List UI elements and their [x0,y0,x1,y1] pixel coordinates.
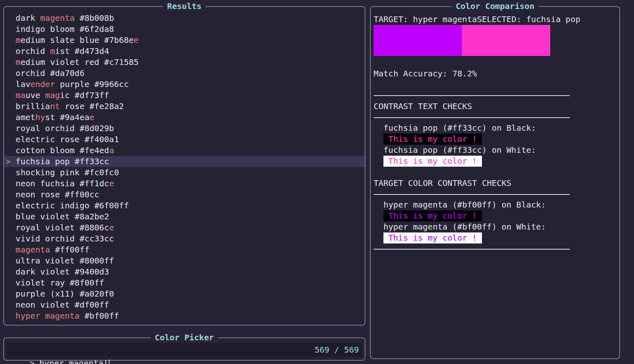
contrast-check-label: hyper magenta (#bf00ff) on White: [383,221,619,232]
result-row[interactable]: amethyst #9a4eae [4,112,365,123]
row-text-segment: #ff00ff [50,245,89,255]
result-row[interactable]: indigo bloom #6f2da8 [4,24,365,35]
row-text-segment: neon violet #df00ff [16,300,109,310]
row-selection-indicator [6,179,16,188]
row-selection-indicator [6,57,16,67]
row-selection-indicator [6,79,16,89]
result-row[interactable]: mauve magic #df73ff [4,90,365,101]
row-text-segment: edium violet red #c71585 [20,57,139,67]
contrast-sample: This is my color ! [383,232,482,243]
row-text-segment: m [16,35,20,45]
comparison-content: TARGET: hyper magentaSELECTED: fuchsia p… [371,7,619,358]
row-selection-indicator: > [6,156,16,166]
contrast-sample-line: This is my color ! [383,232,619,243]
result-row[interactable]: vivid orchid #cc33cc [4,233,365,244]
row-selection-indicator [6,134,16,144]
contrast-check-label: fuchsia pop (#ff33cc) on White: [383,145,619,156]
row-text-segment: cotton bloom #fe4ed [16,145,109,155]
input-prompt: > [29,358,39,364]
row-text-segment: e [134,35,139,45]
result-row[interactable]: hyper magenta #bf00ff [4,310,365,322]
result-row[interactable]: medium violet red #c71585 [4,57,365,68]
row-text-segment: dark [16,13,40,23]
contrast-section-heading: CONTRAST TEXT CHECKS [374,101,619,112]
row-selection-indicator [6,245,16,255]
row-selection-indicator [6,289,16,299]
target-color-swatch [374,25,462,56]
row-text-segment: #8b008b [75,13,114,23]
contrast-check-label: hyper magenta (#bf00ff) on Black: [383,199,619,210]
row-selection-indicator [6,201,16,210]
contrast-check-label: fuchsia pop (#ff33cc) on Black: [383,123,619,134]
row-selection-indicator [6,212,16,221]
color-picker-panel-title: Color Picker [151,332,218,343]
result-row[interactable]: brilliant rose #fe28a2 [4,101,365,112]
result-row[interactable]: electric indigo #6f00ff [4,200,365,211]
row-text-segment: vivid orchid #cc33cc [16,234,114,243]
result-row[interactable]: medium slate blue #7b68ee [4,35,365,46]
result-row[interactable]: lavender purple #9966cc [4,79,365,90]
row-text-segment: royal violet #8806c [16,223,109,232]
row-selection-indicator [6,256,16,266]
result-row[interactable]: royal violet #8806ce [4,222,365,233]
row-text-segment: nt [50,101,60,111]
result-row[interactable]: royal orchid #8d029b [4,123,365,134]
row-selection-indicator [6,145,16,155]
row-text-segment: magenta [16,245,50,255]
target-label: TARGET: hyper magenta [374,14,477,24]
row-text-segment: electric rose #f400a1 [16,134,119,144]
color-picker-input[interactable]: > hyper magenta! 569 / 569 [7,343,362,357]
row-text-segment: #bf00ff [80,311,119,321]
row-text-segment: rose #fe28a2 [60,101,124,111]
row-text-segment: hyper magenta [16,311,80,321]
result-row[interactable]: neon violet #df00ff [4,299,365,310]
result-row[interactable]: magenta #ff00ff [4,244,365,255]
result-row[interactable]: cotton bloom #fe4eda [4,145,365,156]
row-text-segment: ender [30,79,55,89]
result-row[interactable]: purple (x11) #a020f0 [4,288,365,299]
row-text-segment: e [109,223,114,232]
result-row[interactable]: orchid #da70d6 [4,68,365,79]
result-row[interactable]: neon rose #ff00cc [4,189,365,200]
result-row[interactable]: > fuchsia pop #ff33cc [4,156,365,167]
row-selection-indicator [6,311,16,321]
row-selection-indicator [6,112,16,122]
section-divider [374,95,570,96]
result-row[interactable]: dark magenta #8b008b [4,13,365,24]
result-row[interactable]: electric rose #f400a1 [4,134,365,145]
row-selection-indicator [6,300,16,310]
row-text-segment: amet [16,112,35,122]
result-row[interactable]: orchid mist #d473d4 [4,46,365,57]
result-row[interactable]: shocking pink #fc0fc0 [4,167,365,178]
result-row[interactable]: dark violet #9400d3 [4,266,365,277]
row-text-segment: violet ray #8f00ff [16,278,104,288]
result-row[interactable]: blue violet #8a2be2 [4,211,365,222]
row-text-segment: purple #9966cc [55,79,129,89]
section-divider [374,194,570,195]
row-text-segment: ma [16,90,25,100]
selected-color-swatch [462,25,550,56]
row-selection-indicator [6,13,16,23]
input-value: hyper magenta! [39,358,108,364]
row-selection-indicator [6,123,16,133]
row-text-segment: edium slate blue #7b68e [20,35,134,45]
row-text-segment: hy [35,112,45,122]
row-selection-indicator [6,278,16,288]
result-row[interactable]: neon fuchsia #ff1dce [4,178,365,189]
result-row[interactable]: violet ray #8f00ff [4,277,365,288]
row-text-segment: lav [16,79,30,89]
row-text-segment: neon fuchsia #ff1dc [16,179,109,188]
row-text-segment: mag [45,90,60,100]
row-text-segment: uve [25,90,45,100]
row-text-segment: ic #df73ff [60,90,109,100]
row-text-segment: m [50,46,55,56]
row-text-segment: ist #d473d4 [55,46,109,56]
color-picker-panel: Color Picker > hyper magenta! 569 / 569 [3,337,365,361]
row-text-segment: royal orchid #8d029b [16,123,114,133]
row-text-segment: indigo bloom #6f2da8 [16,24,114,34]
swatch-header: TARGET: hyper magentaSELECTED: fuchsia p… [374,14,619,25]
row-text-segment: magenta [40,13,74,23]
result-row[interactable]: ultra violet #8000ff [4,255,365,266]
row-text-segment: electric indigo #6f00ff [16,201,129,210]
row-selection-indicator [6,46,16,56]
